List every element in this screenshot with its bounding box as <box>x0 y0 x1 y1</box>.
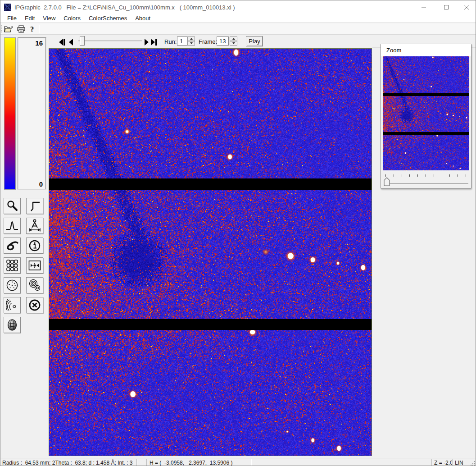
status-separator <box>452 459 453 466</box>
center-tool-button[interactable] <box>26 257 43 274</box>
sphere-icon <box>6 318 18 332</box>
resize-grip-icon[interactable] <box>471 461 476 466</box>
minimize-icon <box>421 5 426 10</box>
help-icon: ? <box>30 25 34 33</box>
detector-tool-button[interactable] <box>4 277 21 293</box>
zoom-slider-track[interactable] <box>385 183 468 184</box>
frame-label: Frame: <box>199 38 217 45</box>
close-icon <box>464 5 469 10</box>
zoom-preview-canvas[interactable] <box>383 56 469 170</box>
run-input[interactable]: 1 <box>177 37 188 46</box>
menu-item-view[interactable]: View <box>39 14 59 23</box>
play-button[interactable]: Play <box>246 36 263 46</box>
powder-arcs-icon <box>6 299 18 311</box>
color-scale-bar <box>4 37 16 190</box>
profile-line-tool-button[interactable] <box>26 198 43 214</box>
zoom-preview-frame <box>383 56 469 170</box>
detector-image-frame <box>49 48 372 456</box>
zoom-panel[interactable]: Zoom <box>381 44 471 189</box>
toolbar-grip[interactable] <box>1 25 3 32</box>
grain-grid-icon <box>6 259 18 272</box>
status-scale-mode: LIN <box>455 460 463 466</box>
window-title: IPGraphic 2.7.0.0 File = Z:\LCF\NiSA_Cu_… <box>14 4 235 11</box>
run-spinner <box>187 37 195 46</box>
maximize-button[interactable] <box>436 0 457 14</box>
status-hkl: H = ( -3.0958, 2.3697, 13.5906 ) <box>150 460 232 466</box>
app-icon <box>4 4 11 11</box>
rings-tool-button[interactable] <box>26 277 43 293</box>
menu-item-file[interactable]: File <box>3 14 21 23</box>
step-back-button[interactable] <box>67 37 74 47</box>
step-forward-icon <box>144 38 150 46</box>
print-button[interactable] <box>16 24 27 34</box>
menu-item-edit[interactable]: Edit <box>21 14 39 23</box>
zoom-slider-ticks <box>385 174 467 177</box>
frame-slider-track[interactable] <box>78 41 142 42</box>
close-tool-button[interactable] <box>26 297 43 313</box>
down-arrow-icon <box>190 42 193 44</box>
folder-open-icon <box>4 25 14 33</box>
title-bar: IPGraphic 2.7.0.0 File = Z:\LCF\NiSA_Cu_… <box>0 0 476 14</box>
center-eye-icon <box>28 260 41 271</box>
app-window: IPGraphic 2.7.0.0 File = Z:\LCF\NiSA_Cu_… <box>0 0 476 466</box>
run-spinner-down[interactable] <box>187 41 195 46</box>
close-button[interactable] <box>456 0 476 14</box>
arcs-tool-button[interactable] <box>4 297 21 313</box>
frame-input[interactable]: 13 <box>217 37 229 46</box>
run-label: Run: <box>164 38 177 45</box>
skip-forward-button[interactable] <box>150 37 158 47</box>
frame-spinner <box>230 37 237 46</box>
menu-item-colorschemes[interactable]: ColorSchemes <box>85 14 131 23</box>
frame-slider-thumb[interactable] <box>80 36 85 46</box>
menu-item-colors[interactable]: Colors <box>59 14 85 23</box>
up-arrow-icon <box>190 38 193 40</box>
status-separator <box>251 459 252 466</box>
up-arrow-icon <box>232 38 235 40</box>
tool-palette <box>4 198 44 333</box>
info-icon <box>28 239 41 252</box>
angstrom-icon <box>28 219 41 233</box>
toolbar-separator <box>39 25 40 33</box>
run-spinner-up[interactable] <box>187 37 195 41</box>
status-bar: Radius : 64.53 mm; 2Theta : 63.8; d : 1.… <box>0 458 476 466</box>
status-readout: Radius : 64.53 mm; 2Theta : 63.8; d : 1.… <box>2 460 133 466</box>
help-button[interactable]: ? <box>27 24 36 34</box>
circle-x-icon <box>28 299 41 311</box>
zoom-panel-title: Zoom <box>381 44 471 56</box>
step-forward-button[interactable] <box>143 37 150 47</box>
skip-back-button[interactable] <box>58 37 66 47</box>
maximize-icon <box>444 5 449 10</box>
dial-circle-icon <box>6 279 18 292</box>
open-file-button[interactable] <box>3 24 14 34</box>
status-separator <box>136 459 137 466</box>
skip-forward-icon <box>150 38 158 46</box>
minimize-button[interactable] <box>413 0 434 14</box>
status-separator <box>431 459 432 466</box>
sphere-tool-button[interactable] <box>4 317 21 333</box>
toolbar <box>0 23 476 35</box>
info-tool-button[interactable] <box>26 238 43 254</box>
down-arrow-icon <box>232 42 235 44</box>
skip-back-icon <box>58 38 66 46</box>
zoom-tool-button[interactable] <box>4 198 21 214</box>
frame-spinner-down[interactable] <box>230 41 237 46</box>
status-z: Z = -2.0 <box>434 460 453 466</box>
step-back-icon <box>68 38 74 46</box>
peak-curve-icon <box>5 219 19 232</box>
detector-image-canvas[interactable] <box>49 49 372 456</box>
scale-min-label: 0 <box>39 180 43 188</box>
lasso-tool-button[interactable] <box>4 238 21 254</box>
measure-tool-button[interactable] <box>26 218 43 234</box>
grain-tool-button[interactable] <box>4 257 21 274</box>
peak-tool-button[interactable] <box>4 218 21 234</box>
status-separator <box>146 459 147 466</box>
zoom-slider-thumb[interactable] <box>384 177 390 187</box>
frame-spinner-up[interactable] <box>230 37 237 41</box>
rings-icon <box>28 279 41 292</box>
scale-max-label: 16 <box>35 39 43 47</box>
sigma-loop-icon <box>5 240 19 251</box>
intensity-scale-panel: 16 0 <box>18 37 46 190</box>
menu-item-about[interactable]: About <box>131 14 154 23</box>
magnifier-icon <box>6 200 18 212</box>
menu-bar: File Edit View Colors ColorSchemes About <box>0 14 476 23</box>
